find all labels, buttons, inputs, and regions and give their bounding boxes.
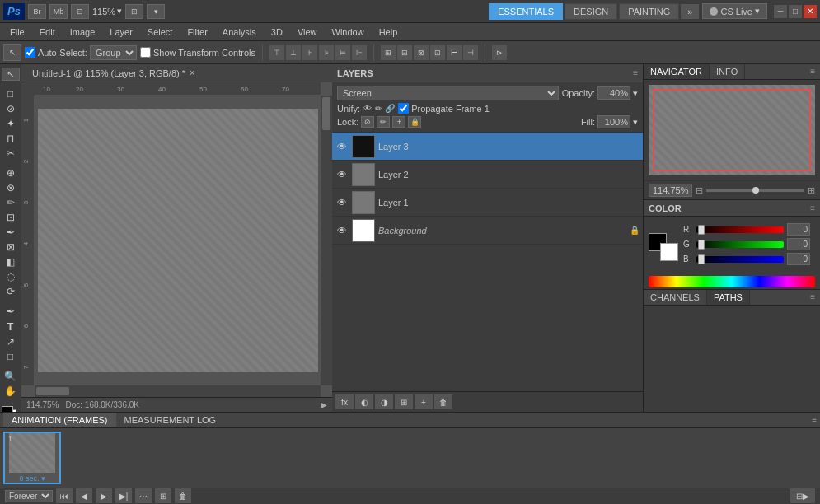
tool-hand[interactable]: ✋ [2, 385, 20, 398]
minimize-button[interactable]: ─ [774, 5, 787, 18]
arrange-icon[interactable]: ⊞ [125, 4, 143, 19]
extra-align-icon[interactable]: ⊳ [492, 45, 507, 60]
layers-menu-btn[interactable]: ≡ [633, 68, 638, 77]
transform-checkbox[interactable] [140, 47, 151, 58]
layer-mask-btn[interactable]: ◐ [355, 394, 373, 409]
layer-adj-btn[interactable]: ◑ [375, 394, 393, 409]
tab-animation-frames[interactable]: ANIMATION (FRAMES) [3, 413, 116, 427]
lock-position-icon[interactable]: + [392, 116, 405, 128]
menu-item-image[interactable]: Image [63, 26, 102, 39]
scrollbar-vertical[interactable] [321, 96, 332, 385]
tool-history[interactable]: ✒ [2, 226, 20, 239]
auto-select-dropdown[interactable]: Group Layer [90, 45, 137, 60]
layer-2-visibility[interactable]: 👁 [335, 168, 349, 181]
anim-convert-btn[interactable]: ⊟▶ [790, 488, 815, 503]
propagate-checkbox[interactable] [398, 103, 409, 114]
anim-prev-btn[interactable]: ◀ [76, 488, 92, 503]
tool-brush[interactable]: ✏ [2, 196, 20, 209]
layer-delete-btn[interactable]: 🗑 [434, 394, 452, 409]
minibrige-icon[interactable]: Mb [49, 4, 68, 19]
red-value-input[interactable] [787, 223, 810, 236]
animation-menu-btn[interactable]: ≡ [812, 415, 817, 424]
layer-bg-visibility[interactable]: 👁 [335, 224, 349, 237]
menu-item-file[interactable]: File [3, 26, 31, 39]
dist-right-icon[interactable]: ⊣ [463, 45, 478, 60]
tab-paths[interactable]: PATHS [707, 290, 750, 305]
tool-dodge[interactable]: ⟳ [2, 285, 20, 298]
auto-select-checkbox[interactable] [25, 47, 35, 58]
fill-input[interactable] [597, 115, 630, 128]
layer-3-visibility[interactable]: 👁 [335, 140, 349, 153]
align-top-icon[interactable]: ⊤ [269, 45, 284, 60]
tab-measurement-log[interactable]: MEASUREMENT LOG [116, 413, 225, 427]
scroll-thumb-v[interactable] [322, 97, 330, 130]
lock-all-icon[interactable]: 🔒 [408, 116, 421, 128]
dist-left-icon[interactable]: ⊡ [430, 45, 445, 60]
blend-mode-select[interactable]: Screen Normal Multiply [337, 86, 559, 100]
menu-item-analysis[interactable]: Analysis [216, 26, 263, 39]
layer-fx-btn[interactable]: fx [335, 394, 354, 409]
canvas-tab-close[interactable]: ✕ [189, 68, 195, 77]
frame-time-arrow[interactable]: ▾ [41, 474, 45, 483]
cs-live-button[interactable]: CS Live ▾ [702, 3, 767, 19]
opacity-arrow[interactable]: ▾ [633, 88, 638, 99]
menu-item-edit[interactable]: Edit [33, 26, 62, 39]
layer-group-btn[interactable]: ⊞ [395, 394, 413, 409]
unify-icon-3[interactable]: 🔗 [385, 104, 395, 113]
opacity-input[interactable] [597, 86, 630, 100]
menu-item-help[interactable]: Help [373, 26, 405, 39]
menu-item-window[interactable]: Window [326, 26, 371, 39]
color-menu-btn[interactable]: ≡ [810, 203, 815, 212]
fg-color-swatch[interactable] [2, 406, 13, 412]
lock-image-icon[interactable]: ✏ [377, 116, 390, 128]
red-slider-thumb[interactable] [698, 225, 705, 235]
zoom-dropdown-icon[interactable]: ▾ [117, 6, 122, 16]
unify-icon-2[interactable]: ✏ [375, 104, 382, 113]
scroll-thumb-h[interactable] [36, 387, 69, 395]
lock-transparent-icon[interactable]: ⊘ [361, 116, 374, 128]
blue-slider-thumb[interactable] [698, 254, 705, 264]
dist-vert-icon[interactable]: ⊢ [447, 45, 462, 60]
align-left-icon[interactable]: ⊧ [319, 45, 334, 60]
close-button[interactable]: ✕ [804, 5, 817, 18]
tool-gradient[interactable]: ◧ [2, 255, 20, 268]
scrollbar-horizontal[interactable] [35, 385, 321, 397]
tab-essentials[interactable]: ESSENTIALS [489, 3, 563, 20]
anim-dup-frame-btn[interactable]: ⊞ [155, 488, 171, 503]
tool-eyedropper[interactable]: ⊕ [2, 166, 20, 180]
align-right-icon[interactable]: ⊩ [352, 45, 367, 60]
tool-path-select[interactable]: ↗ [2, 335, 20, 348]
anim-tween-btn[interactable]: ⋯ [135, 488, 152, 503]
unify-icon-1[interactable]: 👁 [363, 104, 372, 113]
layer-item-3[interactable]: 👁 Layer 3 [332, 133, 643, 161]
menu-item-3d[interactable]: 3D [265, 26, 289, 39]
dist-top-icon[interactable]: ⊞ [381, 45, 396, 60]
align-middle-icon[interactable]: ⊥ [286, 45, 301, 60]
tool-quick-select[interactable]: ✦ [2, 117, 20, 130]
green-slider-track[interactable] [696, 241, 784, 248]
tool-crop[interactable]: ⊓ [2, 132, 20, 145]
dist-bottom-icon[interactable]: ⊠ [414, 45, 429, 60]
nav-zoom-slider[interactable] [706, 189, 804, 192]
tab-design[interactable]: DESIGN [565, 3, 617, 20]
green-slider-thumb[interactable] [698, 240, 705, 250]
screen-mode-icon[interactable]: ⊟ [71, 4, 89, 19]
tool-shape[interactable]: □ [2, 350, 20, 363]
layer-item-2[interactable]: 👁 Layer 2 [332, 161, 643, 189]
blue-slider-track[interactable] [696, 256, 784, 263]
tool-clone[interactable]: ⊡ [2, 211, 20, 224]
layer-new-btn[interactable]: + [415, 394, 433, 409]
anim-first-btn[interactable]: ⏮ [56, 488, 73, 503]
anim-del-frame-btn[interactable]: 🗑 [175, 488, 191, 503]
color-spectrum-bar[interactable] [649, 276, 815, 287]
tool-move[interactable]: ↖ [2, 68, 20, 81]
maximize-button[interactable]: □ [789, 5, 802, 18]
nav-menu-btn[interactable]: ≡ [805, 64, 820, 79]
bridge-icon[interactable]: Br [28, 4, 46, 19]
tool-lasso[interactable]: ⊘ [2, 102, 20, 115]
green-value-input[interactable] [787, 238, 810, 250]
anim-play-btn[interactable]: ▶ [96, 488, 112, 503]
blue-value-input[interactable] [787, 253, 810, 265]
canvas-tab-main[interactable]: Untitled-1 @ 115% (Layer 3, RGB/8) * ✕ [25, 66, 203, 81]
menu-item-view[interactable]: View [291, 26, 324, 39]
